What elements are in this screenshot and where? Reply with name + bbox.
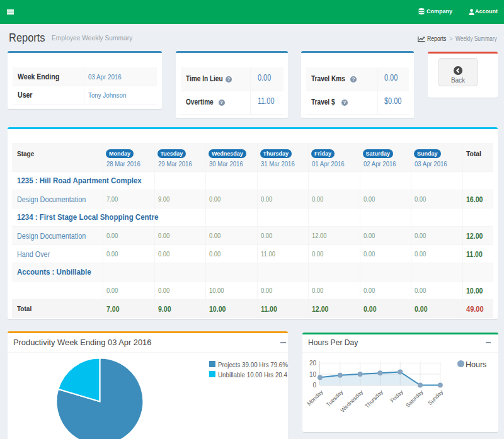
svg-text:Wednesday: Wednesday: [340, 389, 365, 414]
svg-text:Sunday: Sunday: [427, 389, 444, 406]
svg-text:20: 20: [309, 360, 317, 367]
svg-text:Hours: Hours: [466, 360, 486, 369]
svg-text:Saturday: Saturday: [404, 389, 425, 409]
svg-text:10: 10: [309, 371, 317, 378]
svg-text:Friday: Friday: [389, 389, 404, 404]
svg-text:Monday: Monday: [306, 389, 324, 407]
svg-text:Thursday: Thursday: [364, 389, 384, 409]
svg-text:0: 0: [312, 382, 316, 389]
svg-text:Tuesday: Tuesday: [325, 389, 345, 408]
